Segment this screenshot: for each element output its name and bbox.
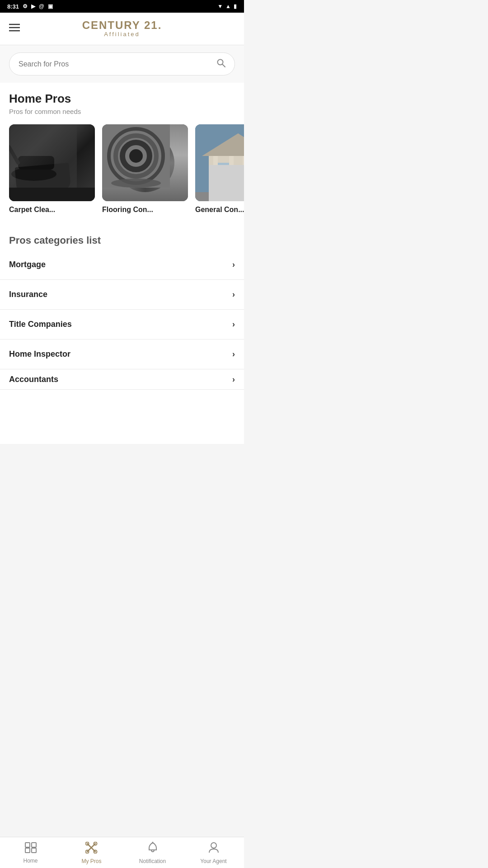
svg-rect-20 [213, 156, 218, 201]
svg-rect-25 [195, 192, 244, 201]
flooring-image-inner [102, 124, 188, 201]
home-inspector-chevron-icon: › [232, 349, 235, 359]
signal-icon: ▲ [225, 3, 231, 9]
home-pros-title: Home Pros [9, 92, 235, 106]
category-mortgage-label: Mortgage [9, 260, 46, 269]
categories-title: Pros categories list [0, 226, 244, 250]
app-header: CENTURY 21. Affiliated [0, 13, 244, 45]
brand-tagline: Affiliated [82, 31, 162, 38]
home-pros-section: Home Pros Pros for common needs [0, 83, 244, 221]
pro-cards-scroll[interactable]: Carpet Clea... Floori [0, 117, 244, 221]
search-icon[interactable] [216, 58, 225, 70]
categories-section: Pros categories list Mortgage › Insuranc… [0, 226, 244, 390]
svg-line-4 [222, 64, 225, 67]
svg-rect-18 [218, 163, 231, 176]
general-image-inner [195, 124, 244, 201]
category-mortgage[interactable]: Mortgage › [0, 250, 244, 280]
category-home-inspector-label: Home Inspector [9, 349, 70, 359]
settings-status-icon: ⚙ [23, 3, 28, 9]
carpet-card-image [9, 124, 95, 201]
accountants-chevron-icon: › [232, 375, 235, 384]
category-insurance-label: Insurance [9, 290, 47, 299]
pro-card-general[interactable]: General Con... [195, 124, 244, 214]
title-companies-chevron-icon: › [232, 320, 235, 329]
svg-point-14 [111, 179, 161, 188]
mortgage-chevron-icon: › [232, 260, 235, 269]
category-title-companies[interactable]: Title Companies › [0, 310, 244, 340]
status-bar: 8:31 ⚙ ▶ @ ▣ ▼ ▲ ▮ [0, 0, 244, 13]
flooring-card-image [102, 124, 188, 201]
at-status-icon: @ [39, 3, 44, 9]
status-time: 8:31 [7, 3, 19, 10]
battery-icon: ▮ [234, 3, 237, 9]
wifi-icon: ▼ [217, 3, 223, 9]
svg-point-13 [129, 149, 143, 163]
category-home-inspector[interactable]: Home Inspector › [0, 340, 244, 369]
carpet-card-label: Carpet Clea... [9, 206, 95, 214]
play-status-icon: ▶ [31, 3, 35, 9]
search-box[interactable] [9, 52, 235, 75]
category-insurance[interactable]: Insurance › [0, 280, 244, 310]
flooring-card-label: Flooring Con... [102, 206, 188, 214]
category-accountants[interactable]: Accountants › [0, 369, 244, 390]
insurance-chevron-icon: › [232, 290, 235, 299]
section-header: Home Pros Pros for common needs [0, 83, 244, 117]
category-list: Mortgage › Insurance › Title Companies ›… [0, 250, 244, 390]
pro-card-carpet[interactable]: Carpet Clea... [9, 124, 95, 214]
home-pros-subtitle: Pros for common needs [9, 108, 235, 115]
menu-button[interactable] [9, 24, 20, 34]
search-section [0, 45, 244, 83]
category-accountants-label: Accountants [9, 375, 58, 384]
category-title-companies-label: Title Companies [9, 320, 72, 329]
pro-card-flooring[interactable]: Flooring Con... [102, 124, 188, 214]
svg-rect-22 [243, 156, 244, 201]
brand-name: CENTURY 21. [82, 20, 162, 31]
svg-rect-24 [230, 181, 244, 201]
general-card-label: General Con... [195, 206, 244, 214]
carpet-image-inner [9, 124, 95, 201]
search-input[interactable] [19, 60, 212, 68]
sdcard-status-icon: ▣ [48, 3, 53, 9]
general-card-image [195, 124, 244, 201]
brand-logo: CENTURY 21. Affiliated [82, 20, 162, 38]
svg-rect-21 [229, 156, 234, 201]
svg-rect-7 [18, 156, 54, 170]
